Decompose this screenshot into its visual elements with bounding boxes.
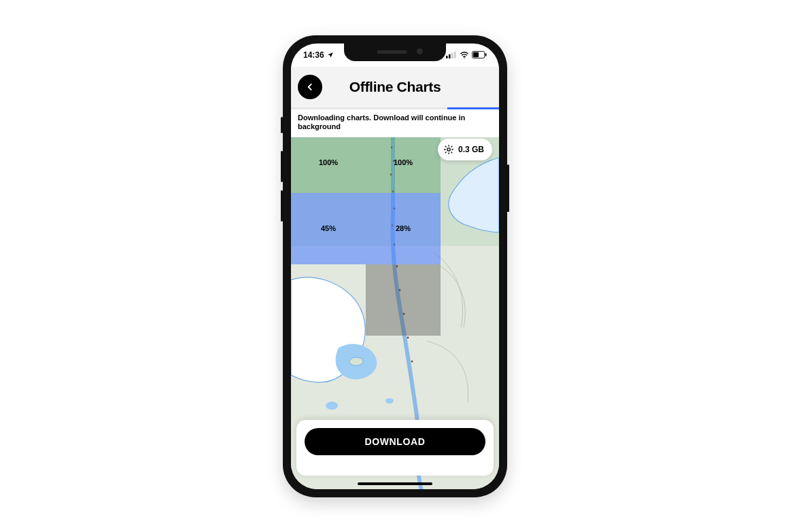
phone-frame: 14:36 (283, 35, 507, 497)
selection-tile[interactable]: 100% (291, 132, 366, 193)
info-message: Downloading charts. Download will contin… (291, 109, 499, 138)
phone-side-button (281, 151, 283, 182)
page-title: Offline Charts (298, 79, 492, 95)
tile-progress-label: 28% (396, 224, 411, 232)
svg-point-10 (349, 357, 363, 366)
phone-notch (344, 43, 446, 61)
svg-point-25 (447, 147, 450, 150)
svg-rect-2 (451, 53, 453, 58)
status-time: 14:36 (303, 50, 324, 60)
svg-point-4 (464, 57, 465, 58)
battery-icon (472, 51, 487, 58)
selection-tile[interactable]: 28% (366, 193, 441, 264)
phone-side-button (507, 164, 509, 212)
svg-rect-6 (485, 53, 487, 56)
status-time-group: 14:36 (303, 50, 334, 60)
tile-progress-label: 100% (319, 158, 338, 166)
wifi-icon (460, 52, 469, 58)
tile-progress-label: 45% (321, 224, 336, 232)
svg-point-12 (385, 398, 394, 404)
page-header: Offline Charts (291, 67, 499, 107)
cellular-icon (446, 52, 457, 58)
selection-tile[interactable]: 45% (291, 193, 366, 264)
location-arrow-icon (327, 52, 334, 58)
svg-point-11 (326, 402, 338, 410)
svg-rect-7 (473, 52, 479, 57)
svg-rect-1 (449, 54, 451, 58)
home-indicator[interactable] (358, 482, 432, 485)
download-sheet: DOWNLOAD (296, 420, 494, 476)
phone-screen: 14:36 (291, 43, 499, 489)
status-right-group (446, 51, 487, 58)
tile-progress-label: 100% (394, 158, 413, 166)
phone-side-button (281, 190, 283, 221)
download-button[interactable]: DOWNLOAD (305, 428, 485, 455)
map-viewport[interactable]: 100%100%45%28% 0.3 GB DOWNLOAD (291, 132, 499, 489)
selection-tile[interactable] (366, 264, 441, 336)
svg-point-23 (407, 336, 409, 338)
storage-size-label: 0.3 GB (458, 145, 484, 154)
svg-rect-3 (454, 52, 456, 58)
svg-point-24 (411, 360, 413, 362)
selection-tile[interactable]: 100% (366, 132, 441, 193)
phone-side-button (281, 117, 283, 133)
gear-icon (443, 144, 454, 155)
svg-rect-0 (446, 56, 448, 58)
storage-pill[interactable]: 0.3 GB (438, 139, 492, 160)
